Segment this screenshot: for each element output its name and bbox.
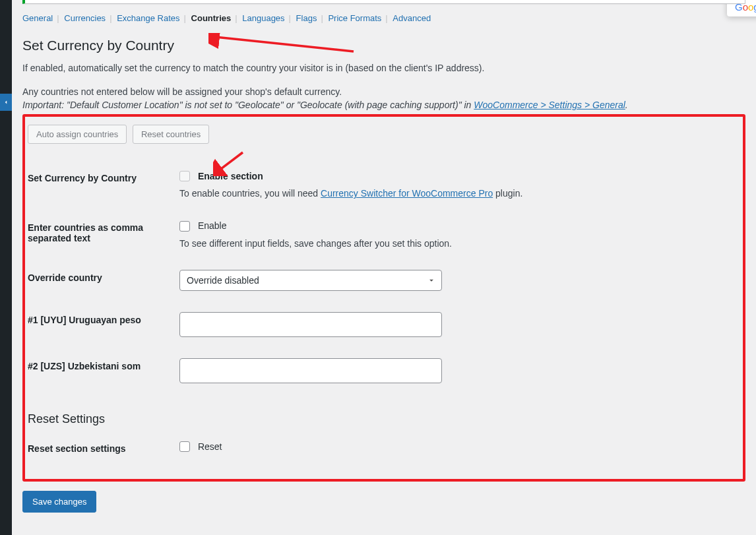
comma-text-checkbox[interactable] (179, 221, 190, 232)
settings-subtabs: General| Currencies| Exchange Rates| Cou… (22, 13, 745, 23)
override-country-select[interactable]: Override disabled (179, 270, 442, 291)
reset-countries-button[interactable]: Reset countries (133, 125, 209, 144)
reset-settings-heading: Reset Settings (28, 412, 734, 426)
tab-flags[interactable]: Flags (296, 13, 317, 23)
geolocate-warning: Important: "Default Customer Location" i… (22, 100, 745, 110)
enable-section-help-prefix: To enable countries, you will need (179, 188, 321, 199)
reset-checkbox[interactable] (179, 441, 190, 452)
wp-admin-sidebar-collapsed (0, 0, 12, 535)
geolocate-warning-text: Important: "Default Customer Location" i… (22, 100, 474, 110)
admin-notice-strip (22, 0, 745, 4)
tab-countries[interactable]: Countries (191, 13, 232, 23)
reset-checkbox-label: Reset (198, 441, 222, 452)
tab-advanced[interactable]: Advanced (393, 13, 431, 23)
page-title: Set Currency by Country (22, 38, 745, 53)
enable-section-checkbox-label: Enable section (198, 171, 263, 181)
highlighted-settings-area: Auto assign countries Reset countries Se… (22, 114, 745, 482)
chevron-left-icon (3, 99, 9, 106)
currency-1-label: #1 [UYU] Uruguayan peso (28, 301, 173, 348)
page-description: If enabled, automatically set the curren… (22, 63, 745, 73)
tab-price-formats[interactable]: Price Formats (328, 13, 381, 23)
currency-2-input[interactable] (179, 358, 442, 383)
currency-2-label: #2 [UZS] Uzbekistani som (28, 348, 173, 394)
comma-text-label: Enter countries as comma separated text (28, 209, 173, 259)
enable-section-checkbox (179, 171, 190, 181)
auto-assign-countries-button[interactable]: Auto assign countries (28, 125, 127, 144)
tab-general[interactable]: General (22, 13, 53, 23)
enable-section-help-suffix: plugin. (493, 188, 522, 199)
reset-section-label: Reset section settings (28, 430, 173, 467)
save-changes-button[interactable]: Save changes (22, 491, 96, 513)
comma-text-checkbox-label: Enable (198, 221, 227, 232)
tab-currencies[interactable]: Currencies (64, 13, 106, 23)
set-currency-by-country-label: Set Currency by Country (28, 160, 173, 209)
tab-languages[interactable]: Languages (242, 13, 284, 23)
pro-plugin-link[interactable]: Currency Switcher for WooCommerce Pro (321, 188, 493, 199)
override-country-label: Override country (28, 259, 173, 301)
sidebar-expand-button[interactable] (0, 94, 12, 111)
comma-text-help: To see different input fields, save chan… (179, 238, 734, 249)
woocommerce-settings-link[interactable]: WooCommerce > Settings > General (474, 100, 625, 110)
tab-exchange-rates[interactable]: Exchange Rates (117, 13, 179, 23)
currency-1-input[interactable] (179, 312, 442, 337)
page-note: Any countries not entered below will be … (22, 86, 745, 97)
